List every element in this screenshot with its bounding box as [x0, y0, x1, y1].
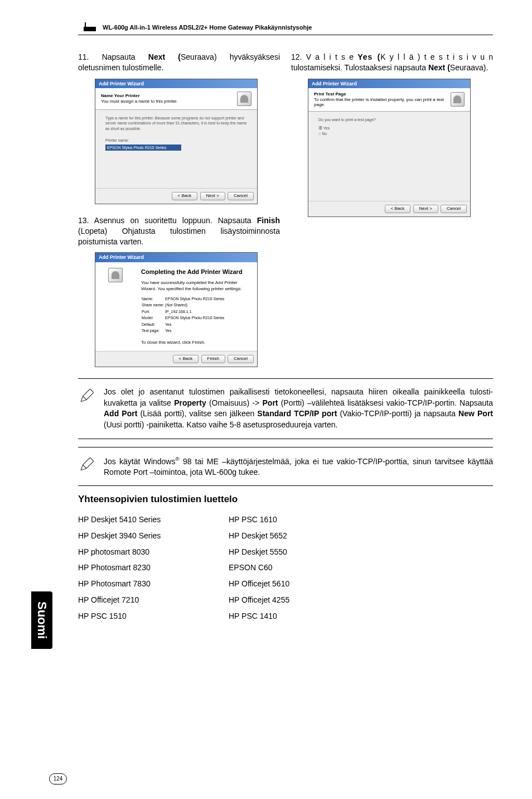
- text: You must assign a name to this printer.: [101, 99, 178, 104]
- back-button[interactable]: < Back: [173, 355, 199, 363]
- wizard-header-text: Print Test Page To confirm that the prin…: [314, 92, 451, 108]
- page-header: WL-600g All-in-1 Wireless ADSL2/2+ Home …: [78, 22, 493, 35]
- wizard-buttons: < Back Next > Cancel: [308, 201, 470, 216]
- step-12: 12. V a l i t s e Yes (K y l l ä ) t e s…: [291, 52, 493, 73]
- cancel-button[interactable]: Cancel: [228, 355, 254, 363]
- printer-name-input[interactable]: EPSON Stylus Photo R210 Series: [105, 145, 181, 151]
- printer-item: HP Officejet 4255: [229, 592, 340, 608]
- note-block-1: Jos olet jo asentanut tulostimen paikall…: [78, 378, 493, 439]
- steps-row: 11. Napsauta Next (Seuraava) hyväksyäkse…: [78, 52, 493, 378]
- note-text: Jos käytät Windows® 98 tai ME –käyttöjär…: [104, 455, 493, 478]
- printer-list: HP Deskjet 5410 Series HP Deskjet 3940 S…: [78, 512, 493, 624]
- printer-item: HP Officejet 7210: [78, 592, 190, 608]
- wizard-name-printer: Add Printer Wizard Name Your Printer You…: [95, 79, 258, 204]
- page-number: 124: [49, 773, 67, 784]
- note-icon: [78, 455, 95, 478]
- completion-title: Completing the Add Printer Wizard: [141, 268, 252, 276]
- label: Default:: [141, 321, 165, 328]
- value: EPSON Stylus Photo R210 Series: [165, 296, 225, 302]
- wizard-body: Type a name for this printer. Because so…: [95, 110, 257, 188]
- wizard-test-page: Add Printer Wizard Print Test Page To co…: [308, 79, 471, 217]
- next-button[interactable]: Next >: [413, 205, 438, 213]
- router-icon: [78, 22, 98, 32]
- cancel-button[interactable]: Cancel: [441, 205, 467, 213]
- settings-table: Name:EPSON Stylus Photo R210 Series Shar…: [141, 296, 225, 334]
- next-label: Next (: [148, 52, 181, 61]
- printer-icon: [237, 92, 252, 106]
- bold: New Port: [458, 409, 493, 418]
- next-button[interactable]: Next >: [200, 192, 225, 200]
- printer-col-left: HP Deskjet 5410 Series HP Deskjet 3940 S…: [78, 512, 190, 624]
- value: IP_192.168.1.1: [165, 309, 225, 315]
- text: (Uusi portti) -painiketta. Katso vaihe 5…: [104, 420, 337, 429]
- text: Name Your Printer: [101, 93, 140, 98]
- note-icon: [78, 387, 95, 430]
- step-11: 11. Napsauta Next (Seuraava) hyväksyäkse…: [78, 52, 280, 73]
- wizard-body: Do you want to print a test page? ⦿ Yes …: [308, 112, 470, 201]
- printer-item: HP photosmart 8030: [78, 544, 190, 560]
- wizard-header: Print Test Page To confirm that the prin…: [308, 88, 470, 112]
- yes-label: Yes (: [357, 52, 380, 61]
- finish-button[interactable]: Finish: [201, 355, 225, 363]
- cancel-button[interactable]: Cancel: [228, 192, 254, 200]
- bold: Port: [263, 398, 278, 407]
- text: (Omaisuus) ->: [206, 398, 263, 407]
- text: Print Test Page: [314, 92, 346, 97]
- printer-item: HP Officejet 5610: [229, 576, 340, 592]
- printer-item: HP Photosmart 7830: [78, 576, 190, 592]
- note-text: Jos olet jo asentanut tulostimen paikall…: [104, 387, 493, 430]
- wizard-titlebar: Add Printer Wizard: [95, 253, 257, 262]
- printer-item: HP PSC 1410: [229, 608, 340, 624]
- printer-item: HP Deskjet 3940 Series: [78, 528, 190, 544]
- text: 11. Napsauta: [78, 52, 148, 61]
- bold: Add Port: [104, 409, 137, 418]
- wizard-main-panel: Completing the Add Printer Wizard You ha…: [136, 262, 257, 352]
- bold: Property: [174, 398, 206, 407]
- wizard-completion-body: Completing the Add Printer Wizard You ha…: [95, 262, 257, 352]
- text: To confirm that the printer is installed…: [314, 97, 444, 108]
- section-heading: Yhteensopivien tulostimien luettelo: [78, 494, 493, 505]
- header-text: WL-600g All-in-1 Wireless ADSL2/2+ Home …: [103, 24, 312, 31]
- label: Name:: [141, 296, 165, 302]
- language-tab: Suomi: [31, 591, 52, 649]
- wizard-buttons: < Back Finish Cancel: [95, 351, 257, 367]
- right-column: 12. V a l i t s e Yes (K y l l ä ) t e s…: [291, 52, 493, 378]
- printer-col-right: HP PSC 1610 HP Deskjet 5652 HP Deskjet 5…: [229, 512, 340, 624]
- text: Jos käytät Windows: [104, 456, 175, 465]
- radio-no[interactable]: No: [322, 132, 327, 136]
- printer-name-label: Printer name:: [105, 138, 247, 143]
- radio-yes[interactable]: Yes: [323, 126, 330, 130]
- back-button[interactable]: < Back: [172, 192, 198, 200]
- back-button[interactable]: < Back: [385, 205, 411, 213]
- bold: Standard TCP/IP port: [257, 409, 337, 418]
- printer-item: HP Photosmart 8230: [78, 560, 190, 576]
- printer-item: HP Deskjet 5652: [229, 528, 340, 544]
- wizard-header: Name Your Printer You must assign a name…: [95, 88, 257, 110]
- text: You have successfully completed the Add …: [141, 280, 252, 292]
- wizard-completion: Add Printer Wizard Completing the Add Pr…: [95, 252, 258, 367]
- label: Port:: [141, 309, 165, 315]
- text: Do you want to print a test page?: [318, 117, 460, 122]
- wizard-titlebar: Add Printer Wizard: [95, 79, 257, 88]
- text: (Lopeta) Ohjatusta tulostimen lisäystoim…: [78, 227, 280, 246]
- page: WL-600g All-in-1 Wireless ADSL2/2+ Home …: [0, 0, 532, 799]
- value: (Not Shared): [165, 302, 225, 308]
- left-column: 11. Napsauta Next (Seuraava) hyväksyäkse…: [78, 52, 280, 378]
- label: Test page:: [141, 328, 165, 334]
- wizard-buttons: < Back Next > Cancel: [95, 188, 257, 204]
- printer-item: HP Deskjet 5410 Series: [78, 512, 190, 528]
- text: Seuraava).: [450, 63, 488, 72]
- value: EPSON Stylus Photo R210 Series: [165, 315, 225, 321]
- text: 13. Asennus on suoritettu loppuun. Napsa…: [78, 216, 257, 225]
- wizard-side-panel: [95, 262, 136, 352]
- printer-item: EPSON C60: [229, 560, 340, 576]
- pencil-icon: [79, 458, 94, 472]
- text: 12. V a l i t s e: [291, 52, 357, 61]
- radio-no-row: ○ No: [318, 131, 460, 136]
- printer-icon: [108, 268, 123, 282]
- text: To close this wizard, click Finish.: [141, 340, 252, 346]
- radio-yes-row: ⦿ Yes: [318, 126, 460, 131]
- note-block-2: Jos käytät Windows® 98 tai ME –käyttöjär…: [78, 447, 493, 487]
- wizard-titlebar: Add Printer Wizard: [308, 79, 470, 88]
- text: Type a name for this printer. Because so…: [105, 115, 247, 131]
